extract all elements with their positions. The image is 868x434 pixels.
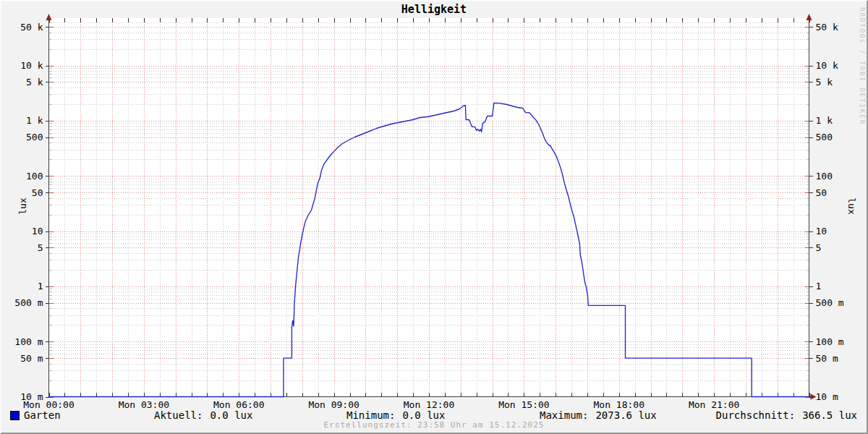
stat-durchschnitt: Durchschnitt:366.5 lux [716,409,857,421]
y-tick-label-right: 10 k [816,60,838,71]
brightness-chart-plot: 50 k50 k10 k10 k5 k5 k1 k1 k500500100100… [0,0,868,434]
y-tick-label-left: 50 k [20,22,43,33]
y-axis-unit-label-left: lux [17,197,28,214]
stat-aktuell-label: Aktuell: [154,409,203,421]
rrdtool-graph: { "title": "Helligkeit", "watermark": "R… [0,0,868,434]
y-tick-label-right: 5 [816,242,822,253]
stat-durchschnitt-value: 366.5 lux [802,409,857,421]
y-tick-label-right: 10 m [816,391,838,402]
y-tick-label-right: 100 [816,171,833,182]
y-tick-label-right: 50 k [816,22,838,33]
y-tick-label-right: 100 m [816,336,844,347]
y-tick-label-left: 50 m [20,353,43,364]
y-tick-label-right: 50 m [816,353,838,364]
y-tick-label-left: 500 [26,132,43,142]
y-axis-unit-label-right: lux [846,197,857,214]
y-tick-label-right: 50 [816,187,827,198]
y-tick-label-left: 1 k [26,115,43,126]
y-tick-label-left: 10 [32,226,43,237]
series-color-swatch [10,411,20,420]
y-tick-label-left: 100 [26,171,43,182]
y-tick-label-left: 50 [32,187,43,198]
y-tick-label-right: 500 [816,132,833,142]
stat-maximum-value: 2073.6 lux [595,409,656,421]
y-tick-label-left: 500 m [14,297,43,308]
stat-minimum-value: 0.0 lux [402,409,445,421]
chart-title: Helligkeit [0,3,868,16]
creation-time-footer: Erstellungszeit: 23:58 Uhr am 15.12.2025 [0,420,868,430]
series-name-label: Garten [24,409,61,421]
stat-durchschnitt-label: Durchschnitt: [716,409,796,421]
stat-maximum-label: Maximum: [540,409,588,421]
y-tick-label-left: 100 m [14,336,43,347]
stat-minimum: Minimum:0.0 lux [346,409,445,421]
rrdtool-watermark: RRDTOOL / TOBI OETIKER [859,7,866,125]
y-tick-label-right: 500 m [816,297,844,308]
y-tick-label-right: 1 k [816,115,833,126]
y-tick-label-right: 1 [816,281,822,292]
stat-aktuell: Aktuell:0.0 lux [154,409,252,421]
stat-aktuell-value: 0.0 lux [210,409,252,421]
y-tick-label-left: 5 k [26,77,43,88]
y-tick-label-left: 10 k [20,60,43,71]
y-tick-label-left: 5 [38,242,43,253]
stat-minimum-label: Minimum: [346,409,395,421]
y-tick-label-right: 10 [816,226,827,237]
y-tick-label-right: 5 k [816,77,833,88]
stat-maximum: Maximum:2073.6 lux [540,409,657,421]
y-tick-label-left: 1 [38,281,43,292]
